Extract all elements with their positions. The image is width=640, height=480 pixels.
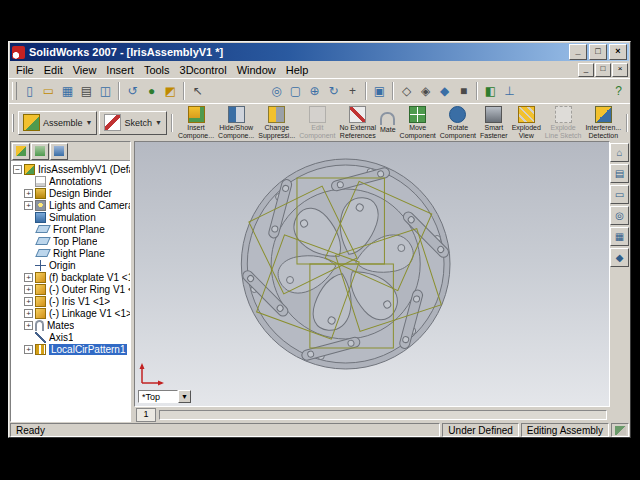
tree-item-annotations[interactable]: Annotations [13,175,130,187]
search-icon[interactable]: ◎ [610,206,629,225]
change-suppression-icon [268,106,285,123]
help-button[interactable]: ? [609,82,628,101]
tree-item-assembly-root[interactable]: − IrisAssemblyV1 (Default<Display Stat [13,163,130,175]
exploded-view-button[interactable]: Exploded View [510,106,543,140]
tree-item-simulation[interactable]: Simulation [13,211,130,223]
tree-item-linkage[interactable]: + (-) Linkage V1 <1> [13,307,130,319]
document-restore-button[interactable]: □ [595,63,611,77]
view-palette-icon[interactable]: ▦ [610,227,629,246]
expand-toggle[interactable]: − [13,165,22,174]
document-minimize-button[interactable]: _ [578,63,594,77]
change-suppression-button[interactable]: Change Suppressi... [256,106,297,140]
sketch-button[interactable]: Sketch ▼ [99,111,166,135]
print-button[interactable]: ▤ [77,82,96,101]
tree-item-iris[interactable]: + (-) Iris V1 <1> [13,295,130,307]
move-component-button[interactable]: Move Component [398,106,438,140]
zoom-to-fit-button[interactable]: ◎ [267,82,286,101]
menu-help[interactable]: Help [281,63,314,77]
expand-toggle[interactable]: + [24,273,33,282]
shaded-button[interactable]: ◆ [435,82,454,101]
toolbar-grip[interactable] [12,82,17,100]
print-preview-button[interactable]: ◫ [96,82,115,101]
titlebar[interactable]: SolidWorks 2007 - [IrisAssemblyV1 *] _ □… [10,43,629,61]
origin-icon [35,260,46,271]
expand-toggle[interactable]: + [24,285,33,294]
tree-item-lights-and-cameras[interactable]: + Lights and Cameras [13,199,130,211]
tree-item-mates[interactable]: + Mates [13,319,130,331]
edit-color-button[interactable]: ◩ [161,82,180,101]
tree-item-localcirpattern1[interactable]: + LocalCirPattern1 [13,343,130,355]
mates-icon [35,320,44,331]
rebuild-button[interactable]: ● [142,82,161,101]
iris-assembly-model[interactable] [135,142,609,406]
pan-button[interactable]: + [343,82,362,101]
tab-configurationmanager[interactable] [50,143,68,160]
mate-button[interactable]: Mate [378,112,398,134]
menu-window[interactable]: Window [232,63,281,77]
expand-toggle[interactable]: + [24,309,33,318]
minimize-button[interactable]: _ [569,44,587,60]
expand-toggle[interactable]: + [24,321,33,330]
rotate-component-icon [449,106,466,123]
hidden-lines-button[interactable]: ◈ [416,82,435,101]
dropdown-arrow-icon[interactable]: ▼ [86,119,93,126]
menu-file[interactable]: File [11,63,39,77]
graphics-viewport[interactable]: *Top ▼ [134,141,610,407]
tree-item-outer-ring[interactable]: + (-) Outer Ring V1 <1> [13,283,130,295]
solidworks-resources-icon[interactable]: ⌂ [610,143,629,162]
tree-item-design-binder[interactable]: + Design Binder [13,187,130,199]
standard-views-button[interactable]: ▣ [370,82,389,101]
menu-3dcontrol[interactable]: 3Dcontrol [175,63,232,77]
document-close-button[interactable]: × [612,63,628,77]
zoom-to-area-button[interactable]: ▢ [286,82,305,101]
document-recovery-icon[interactable]: ◆ [610,248,629,267]
orientation-combo[interactable]: *Top ▼ [138,390,191,403]
tree-item-top-plane[interactable]: Top Plane [13,235,130,247]
hide-show-components-button[interactable]: Hide/Show Compone... [216,106,256,140]
assemble-button[interactable]: Assemble ▼ [18,111,97,135]
tree-item-right-plane[interactable]: Right Plane [13,247,130,259]
menu-edit[interactable]: Edit [39,63,68,77]
tree-item-front-plane[interactable]: Front Plane [13,223,130,235]
menu-tools[interactable]: Tools [139,63,175,77]
shadows-button[interactable]: ■ [454,82,473,101]
no-external-references-icon [349,106,366,123]
normal-to-button[interactable]: ⊥ [500,82,519,101]
interference-detection-button[interactable]: Interferen... Detection [583,106,623,140]
tree-item-backplate[interactable]: + (f) backplate V1 <1> [13,271,130,283]
tree-item-axis1[interactable]: Axis1 [13,331,130,343]
wireframe-button[interactable]: ◇ [397,82,416,101]
expand-toggle[interactable]: + [24,201,33,210]
expand-toggle[interactable]: + [24,345,33,354]
combo-dropdown-icon[interactable]: ▼ [178,390,191,403]
tab-featuremanager[interactable] [12,143,30,160]
file-explorer-icon[interactable]: ▭ [610,185,629,204]
open-button[interactable]: ▭ [39,82,58,101]
rotate-view-button[interactable]: ↻ [324,82,343,101]
move-component-icon [409,106,426,123]
menu-view[interactable]: View [68,63,102,77]
section-view-button[interactable]: ◧ [481,82,500,101]
save-button[interactable]: ▦ [58,82,77,101]
maximize-button[interactable]: □ [589,44,607,60]
design-library-icon[interactable]: ▤ [610,164,629,183]
new-button[interactable]: ▯ [20,82,39,101]
undo-button[interactable]: ↺ [123,82,142,101]
dropdown-arrow-icon[interactable]: ▼ [155,119,162,126]
tree-item-origin[interactable]: Origin [13,259,130,271]
quick-tips-toggle[interactable] [611,423,629,437]
tab-propertymanager[interactable] [31,143,49,160]
toolbar-grip[interactable] [12,114,14,132]
smart-fastener-button[interactable]: Smart Fastener [478,106,510,140]
insert-components-button[interactable]: Insert Compone... [176,106,216,140]
solidworks-logo-icon [12,46,25,59]
expand-toggle[interactable]: + [24,297,33,306]
rotate-component-button[interactable]: Rotate Component [438,106,478,140]
menu-insert[interactable]: Insert [101,63,139,77]
select-button[interactable]: ↖ [188,82,207,101]
frame-tab[interactable]: 1 [136,408,156,422]
expand-toggle[interactable]: + [24,189,33,198]
close-button[interactable]: × [609,44,627,60]
zoom-in-out-button[interactable]: ⊕ [305,82,324,101]
no-external-references-button[interactable]: No External References [337,106,378,140]
